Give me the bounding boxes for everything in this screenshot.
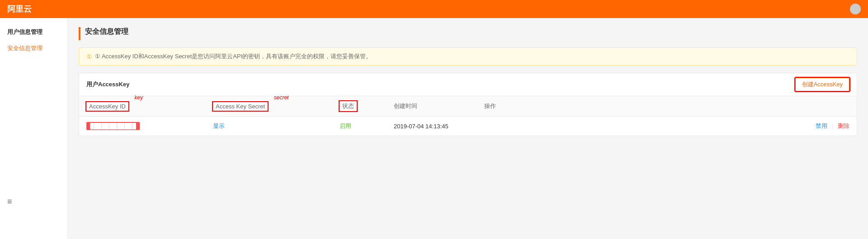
layout: 用户信息管理 安全信息管理 ≡ 安全信息管理 ① ① AccessKey ID和… xyxy=(0,18,868,239)
annotation-secret: secret xyxy=(274,94,289,101)
disable-action-link[interactable]: 禁用 xyxy=(816,122,827,129)
td-created-time: 2019-07-04 14:13:45 xyxy=(387,117,477,136)
th-status: 状态 xyxy=(332,96,387,117)
sidebar-bottom-icon[interactable]: ≡ xyxy=(0,192,67,211)
logo: 阿里云 xyxy=(7,4,32,14)
table-header-row: AccessKey ID key Access Key Secret secre… xyxy=(79,96,857,117)
top-bar: 阿里云 xyxy=(0,0,868,18)
show-secret-link[interactable]: 显示 xyxy=(213,122,225,129)
sidebar-section-title: 用户信息管理 xyxy=(0,23,67,40)
annotation-key: key xyxy=(135,94,143,101)
sidebar: 用户信息管理 安全信息管理 ≡ xyxy=(0,18,68,239)
th-action: 操作 xyxy=(477,96,857,117)
table-container: 用户AccessKey 创建AccessKey AccessKey ID key… xyxy=(79,73,857,136)
td-status: 启用 xyxy=(332,117,387,136)
td-accesskey-id: ████████████ xyxy=(79,117,206,136)
th-status-label: 状态 xyxy=(340,101,357,111)
top-bar-right xyxy=(850,0,861,18)
table-toolbar: 用户AccessKey 创建AccessKey xyxy=(79,73,857,96)
alert-icon: ① xyxy=(86,53,92,60)
status-badge: 启用 xyxy=(340,122,351,129)
alert-text: ① AccessKey ID和AccessKey Secret是您访问阿里云AP… xyxy=(95,52,372,61)
th-secret-label: Access Key Secret xyxy=(213,102,268,111)
action-separator: | xyxy=(832,122,833,129)
alert-box: ① ① AccessKey ID和AccessKey Secret是您访问阿里云… xyxy=(79,47,857,66)
delete-action-link[interactable]: 删除 xyxy=(838,122,849,129)
th-id-label: AccessKey ID xyxy=(86,102,128,111)
td-action: 禁用 | 删除 xyxy=(477,117,857,136)
th-accesskey-id: AccessKey ID key xyxy=(79,96,206,117)
table-row: ████████████ 显示 启用 2019-07-04 14:13:45 禁… xyxy=(79,117,857,136)
th-secret: Access Key Secret secret xyxy=(206,96,332,117)
sidebar-item-security[interactable]: 安全信息管理 xyxy=(0,40,67,57)
page-title: 安全信息管理 xyxy=(79,27,857,40)
table-toolbar-title: 用户AccessKey xyxy=(86,80,129,89)
data-table: AccessKey ID key Access Key Secret secre… xyxy=(79,96,857,136)
create-accesskey-button[interactable]: 创建AccessKey xyxy=(795,78,849,91)
td-secret: 显示 xyxy=(206,117,332,136)
main-content: 安全信息管理 ① ① AccessKey ID和AccessKey Secret… xyxy=(68,18,868,239)
user-avatar-icon[interactable] xyxy=(850,4,861,14)
th-created-time: 创建时间 xyxy=(387,96,477,117)
accesskey-id-value: ████████████ xyxy=(86,122,140,130)
